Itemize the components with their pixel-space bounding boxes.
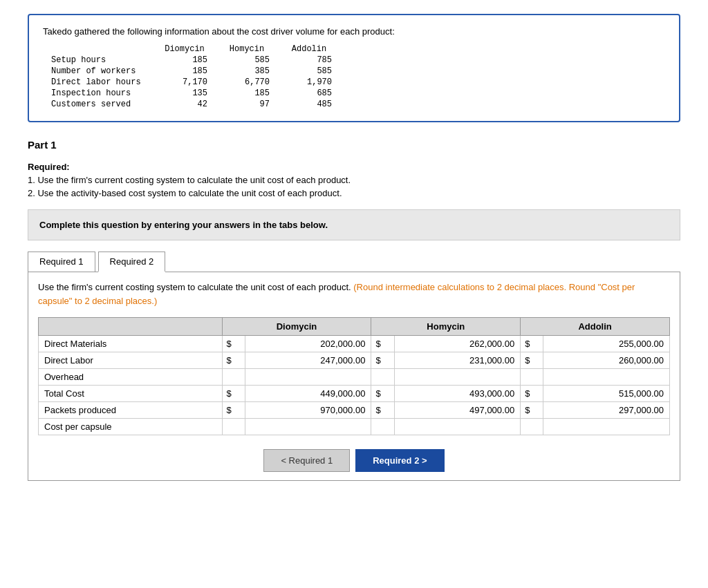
part-title: Part 1 (28, 139, 680, 151)
intro-text: Takedo gathered the following informatio… (43, 26, 665, 37)
oh-addolin-input-cell[interactable] (543, 369, 670, 386)
dm-addolin-sym: $ (521, 336, 543, 352)
dl-homycin-sym: $ (371, 352, 394, 369)
dl-diomycin-sym: $ (222, 352, 245, 369)
required-item-2: 2. Use the activity-based cost system to… (28, 188, 680, 198)
col-header-addolin: Addolin (521, 318, 670, 336)
oh-diomycin-input-cell[interactable] (245, 369, 371, 386)
oh-addolin-input[interactable] (543, 369, 669, 385)
cpc-addolin-sym (521, 419, 543, 435)
table-row: Direct Labor $ 247,000.00 $ 231,000.00 $… (39, 352, 670, 369)
row-label-setup: Setup hours (43, 55, 153, 66)
dm-homycin-sym: $ (371, 336, 394, 352)
row-label-total-cost: Total Cost (39, 386, 223, 402)
row-label-direct-labor: Direct Labor (39, 352, 223, 369)
data-table: Diomycin Homycin Addolin Direct Material… (38, 317, 670, 435)
tab-content: Use the firm's current costing system to… (28, 272, 680, 481)
row-label-customers: Customers served (43, 99, 153, 110)
required-heading: Required: (28, 162, 680, 172)
cpc-homycin-sym (371, 419, 394, 435)
row-label-inspection: Inspection hours (43, 88, 153, 99)
table-row: Cost per capsule (39, 419, 670, 435)
col-header-diomycin: Diomycin (222, 318, 371, 336)
dl-addolin-val: 260,000.00 (543, 352, 670, 369)
dm-diomycin-sym: $ (222, 336, 245, 352)
dl-addolin-sym: $ (521, 352, 543, 369)
col-header-diomycin: Diomycin (153, 44, 216, 55)
required-section: Required: 1. Use the firm's current cost… (28, 162, 680, 198)
row-label-direct-materials: Direct Materials (39, 336, 223, 352)
col-empty-header (39, 318, 223, 336)
row-label-overhead: Overhead (39, 369, 223, 386)
tab-description: Use the firm's current costing system to… (38, 281, 670, 307)
cpc-diomycin-input-cell[interactable] (245, 419, 371, 435)
tab-description-plain: Use the firm's current costing system to… (38, 282, 351, 292)
row-label-packets: Packets produced (39, 402, 223, 419)
row-label-workers: Number of workers (43, 66, 153, 77)
prev-button[interactable]: < Required 1 (263, 449, 350, 472)
cost-driver-table: Diomycin Homycin Addolin Setup hours 185… (43, 44, 340, 110)
tabs-row: Required 1 Required 2 (28, 252, 680, 272)
pp-addolin-val: 297,000.00 (543, 402, 670, 419)
cpc-addolin-input-cell[interactable] (543, 419, 670, 435)
cpc-diomycin-input[interactable] (245, 419, 371, 435)
tabs-container: Required 1 Required 2 Use the firm's cur… (28, 252, 680, 481)
tc-homycin-sym: $ (371, 386, 394, 402)
tc-addolin-sym: $ (521, 386, 543, 402)
oh-homycin-sym (371, 369, 394, 386)
tc-addolin-val: 515,000.00 (543, 386, 670, 402)
cpc-homycin-input[interactable] (395, 419, 521, 435)
dl-homycin-val: 231,000.00 (394, 352, 521, 369)
tab-required-2[interactable]: Required 2 (98, 252, 166, 272)
table-row: Packets produced $ 970,000.00 $ 497,000.… (39, 402, 670, 419)
pp-diomycin-val: 970,000.00 (245, 402, 371, 419)
pp-homycin-sym: $ (371, 402, 394, 419)
cpc-addolin-input[interactable] (543, 419, 669, 435)
dm-homycin-val: 262,000.00 (394, 336, 521, 352)
col-header-addolin: Addolin (278, 44, 340, 55)
col-header-homycin: Homycin (216, 44, 278, 55)
top-info-box: Takedo gathered the following informatio… (28, 14, 680, 122)
oh-diomycin-sym (222, 369, 245, 386)
table-row: Direct Materials $ 202,000.00 $ 262,000.… (39, 336, 670, 352)
table-row: Overhead (39, 369, 670, 386)
cpc-diomycin-sym (222, 419, 245, 435)
instruction-box: Complete this question by entering your … (28, 209, 680, 240)
tab-required-1[interactable]: Required 1 (28, 252, 95, 272)
dm-diomycin-val: 202,000.00 (245, 336, 371, 352)
oh-addolin-sym (521, 369, 543, 386)
tc-diomycin-val: 449,000.00 (245, 386, 371, 402)
required-item-1: 1. Use the firm's current costing system… (28, 175, 680, 185)
oh-homycin-input[interactable] (395, 369, 521, 385)
row-label-cost-per-capsule: Cost per capsule (39, 419, 223, 435)
row-label-labor-hours: Direct labor hours (43, 77, 153, 88)
next-button[interactable]: Required 2 > (355, 449, 444, 472)
nav-buttons: < Required 1 Required 2 > (38, 449, 670, 472)
dl-diomycin-val: 247,000.00 (245, 352, 371, 369)
dm-addolin-val: 255,000.00 (543, 336, 670, 352)
table-row: Total Cost $ 449,000.00 $ 493,000.00 $ 5… (39, 386, 670, 402)
pp-diomycin-sym: $ (222, 402, 245, 419)
cpc-homycin-input-cell[interactable] (394, 419, 521, 435)
pp-homycin-val: 497,000.00 (394, 402, 521, 419)
pp-addolin-sym: $ (521, 402, 543, 419)
tc-homycin-val: 493,000.00 (394, 386, 521, 402)
col-header-homycin: Homycin (371, 318, 521, 336)
oh-homycin-input-cell[interactable] (394, 369, 521, 386)
tc-diomycin-sym: $ (222, 386, 245, 402)
oh-diomycin-input[interactable] (245, 369, 371, 385)
